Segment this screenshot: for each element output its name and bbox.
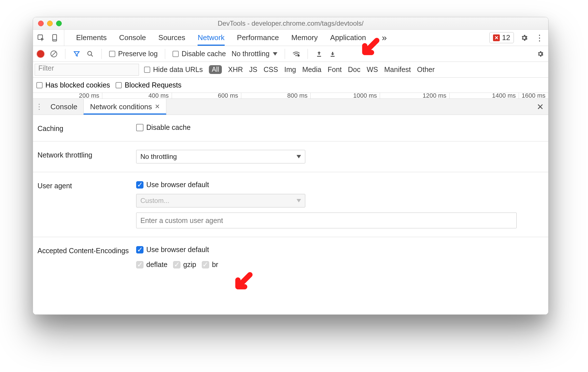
chevron-down-icon xyxy=(273,52,277,56)
ua-custom-dropdown: Custom... xyxy=(136,194,305,207)
enc-gzip-checkbox: ✓ gzip xyxy=(173,261,196,269)
enc-use-default-label: Use browser default xyxy=(146,246,209,254)
svg-rect-8 xyxy=(317,56,321,57)
chevron-down-icon xyxy=(297,155,301,158)
filter-type-manifest[interactable]: Manifest xyxy=(384,65,411,74)
device-toggle-icon[interactable] xyxy=(51,34,59,42)
window-title: DevTools - developer.chrome.com/tags/dev… xyxy=(33,19,548,27)
upload-har-icon[interactable] xyxy=(315,50,323,58)
filter-type-img[interactable]: Img xyxy=(284,65,296,74)
drawer-tab-nc-label: Network conditions xyxy=(90,102,152,111)
more-tabs-icon[interactable]: » xyxy=(379,32,390,43)
titlebar: DevTools - developer.chrome.com/tags/dev… xyxy=(33,17,548,30)
ua-label: User agent xyxy=(37,181,136,228)
filter-type-ws[interactable]: WS xyxy=(367,65,378,74)
enc-use-default-checkbox[interactable]: ✓ Use browser default xyxy=(136,246,544,254)
svg-rect-9 xyxy=(331,56,335,57)
drawer-tab-console-label: Console xyxy=(50,102,77,111)
disable-cache-checkbox[interactable]: Disable cache xyxy=(173,50,226,58)
enc-deflate-label: deflate xyxy=(146,261,167,269)
tab-network[interactable]: Network xyxy=(198,30,224,46)
section-caching: Caching Disable cache xyxy=(33,115,548,141)
error-count: 12 xyxy=(502,33,510,42)
drawer-tab-network-conditions[interactable]: Network conditions ✕ xyxy=(83,99,166,115)
error-icon: ✕ xyxy=(493,34,500,41)
preserve-log-label: Preserve log xyxy=(118,50,158,58)
nc-disable-cache-checkbox[interactable]: Disable cache xyxy=(136,123,544,132)
tab-performance[interactable]: Performance xyxy=(237,30,279,46)
encodings-label: Accepted Content-Encodings xyxy=(37,246,136,269)
network-conditions-panel: Caching Disable cache Network throttling… xyxy=(33,115,548,314)
section-throttling: Network throttling No throttling xyxy=(33,141,548,172)
throttling-dropdown[interactable]: No throttling xyxy=(136,150,305,163)
enc-br-checkbox: ✓ br xyxy=(202,261,218,269)
network-toolbar: Preserve log Disable cache No throttling xyxy=(33,46,548,62)
blocked-cookies-checkbox[interactable]: Has blocked cookies xyxy=(36,81,110,89)
ua-use-default-label: Use browser default xyxy=(146,181,209,189)
chevron-down-icon xyxy=(297,199,301,202)
section-user-agent: User agent ✓ Use browser default Custom.… xyxy=(33,172,548,237)
ua-custom-value: Custom... xyxy=(140,197,169,205)
filter-type-css[interactable]: CSS xyxy=(264,65,278,74)
tab-memory[interactable]: Memory xyxy=(291,30,318,46)
filter-input[interactable]: Filter xyxy=(35,64,139,76)
throttling-value: No throttling xyxy=(231,50,269,58)
svg-point-7 xyxy=(298,54,300,56)
preserve-log-checkbox[interactable]: Preserve log xyxy=(109,50,158,58)
nc-disable-cache-label: Disable cache xyxy=(146,123,191,132)
error-count-pill[interactable]: ✕ 12 xyxy=(489,32,514,43)
drawer-kebab-icon[interactable]: ⋮ xyxy=(34,102,44,111)
network-settings-gear-icon[interactable] xyxy=(536,50,544,58)
blocked-requests-label: Blocked Requests xyxy=(125,81,182,89)
filter-toggle-icon[interactable] xyxy=(73,50,81,58)
settings-gear-icon[interactable] xyxy=(520,33,529,43)
record-button[interactable] xyxy=(37,50,44,58)
enc-br-label: br xyxy=(212,261,218,269)
svg-point-5 xyxy=(88,51,92,55)
svg-line-6 xyxy=(91,55,93,56)
main-tab-bar: Elements Console Sources Network Perform… xyxy=(33,30,548,46)
main-kebab-icon[interactable]: ⋮ xyxy=(535,33,544,43)
filter-type-font[interactable]: Font xyxy=(328,65,342,74)
filter-type-js[interactable]: JS xyxy=(249,65,257,74)
hide-data-urls-label: Hide data URLs xyxy=(153,65,203,74)
caching-label: Caching xyxy=(37,123,136,133)
inspect-element-icon[interactable] xyxy=(37,34,45,42)
clear-icon[interactable] xyxy=(50,50,58,58)
filter-all-pill[interactable]: All xyxy=(209,65,222,74)
throttling-label: Network throttling xyxy=(37,150,136,163)
filter-row-2: Has blocked cookies Blocked Requests xyxy=(33,78,548,93)
tab-sources[interactable]: Sources xyxy=(158,30,185,46)
blocked-cookies-label: Has blocked cookies xyxy=(45,81,110,89)
blocked-requests-checkbox[interactable]: Blocked Requests xyxy=(116,81,182,89)
filter-type-media[interactable]: Media xyxy=(302,65,321,74)
throttling-dropdown-value: No throttling xyxy=(140,153,177,161)
svg-rect-1 xyxy=(53,34,57,41)
drawer-tab-bar: ⋮ Console Network conditions ✕ ✕ xyxy=(33,99,548,115)
disable-cache-label: Disable cache xyxy=(182,50,226,58)
filter-type-other[interactable]: Other xyxy=(417,65,435,74)
devtools-window: DevTools - developer.chrome.com/tags/dev… xyxy=(33,17,549,315)
svg-line-4 xyxy=(52,52,56,56)
enc-deflate-checkbox: ✓ deflate xyxy=(136,261,167,269)
filter-type-doc[interactable]: Doc xyxy=(348,65,360,74)
network-conditions-icon[interactable] xyxy=(292,50,300,58)
ua-use-default-checkbox[interactable]: ✓ Use browser default xyxy=(136,181,544,189)
filter-type-xhr[interactable]: XHR xyxy=(228,65,243,74)
hide-data-urls-checkbox[interactable]: Hide data URLs xyxy=(144,65,203,74)
close-icon[interactable]: ✕ xyxy=(155,103,160,110)
filter-row: Filter Hide data URLs All XHR JS CSS Img… xyxy=(33,62,548,78)
section-encodings: Accepted Content-Encodings ✓ Use browser… xyxy=(33,237,548,277)
tab-console[interactable]: Console xyxy=(119,30,146,46)
drawer-tab-console[interactable]: Console xyxy=(44,99,83,115)
tab-elements[interactable]: Elements xyxy=(76,30,107,46)
throttling-select[interactable]: No throttling xyxy=(231,50,277,58)
tab-application[interactable]: Application xyxy=(330,30,366,46)
enc-gzip-label: gzip xyxy=(183,261,196,269)
download-har-icon[interactable] xyxy=(329,50,337,58)
ua-custom-input[interactable] xyxy=(136,213,517,228)
drawer-close-icon[interactable]: ✕ xyxy=(537,102,544,112)
search-icon[interactable] xyxy=(86,50,94,58)
